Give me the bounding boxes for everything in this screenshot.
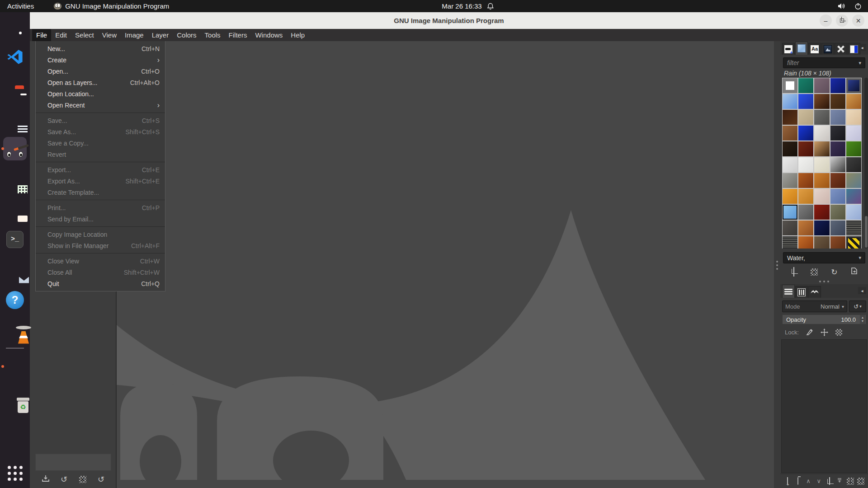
pattern-swatch-r1c3[interactable] (814, 78, 829, 93)
menubar-item-view[interactable]: View (98, 29, 121, 41)
patterns-scrollbar[interactable] (864, 78, 868, 249)
menubar-item-file[interactable]: File (32, 29, 51, 41)
dock-item-updater[interactable] (0, 351, 30, 381)
tab-channels[interactable] (795, 286, 808, 298)
open-pattern-as-image-button[interactable] (849, 267, 860, 277)
pattern-swatch-r9c2[interactable] (798, 205, 813, 220)
pattern-swatch-r4c5[interactable] (846, 126, 861, 141)
pattern-swatch-r10c1[interactable] (783, 221, 797, 235)
pattern-swatch-r8c4[interactable] (830, 189, 845, 204)
pattern-swatch-r8c5[interactable] (846, 189, 861, 204)
dock-item-vlc[interactable] (0, 315, 30, 345)
menubar-item-tools[interactable]: Tools (201, 29, 225, 41)
duplicate-layer-button[interactable] (825, 477, 834, 486)
close-button[interactable]: ✕ (852, 14, 864, 27)
pattern-swatch-r4c1[interactable] (783, 126, 797, 141)
pattern-swatch-r2c1[interactable] (783, 94, 797, 109)
pattern-swatch-r2c4[interactable] (830, 94, 845, 109)
pattern-swatch-r6c5[interactable] (846, 157, 861, 172)
duplicate-pattern-button[interactable] (788, 267, 799, 277)
pattern-swatch-r8c2[interactable] (798, 189, 813, 204)
pattern-swatch-r10c4[interactable] (830, 221, 845, 235)
anchor-layer-button[interactable]: ⊥ (846, 477, 855, 486)
pattern-swatch-r3c3[interactable] (814, 110, 829, 125)
pattern-swatch-r5c3[interactable] (814, 141, 829, 156)
tab-paths[interactable] (808, 286, 821, 298)
pattern-swatch-r8c1[interactable] (783, 189, 797, 204)
lock-position-icon[interactable] (821, 328, 828, 336)
dock-item-trash[interactable]: ♻ (0, 381, 30, 412)
tab-menu-button[interactable]: ◂ (858, 287, 866, 294)
raise-layer-button[interactable]: ∧ (804, 477, 813, 486)
pattern-swatch-r3c4[interactable] (830, 110, 845, 125)
pattern-swatch-r7c5[interactable] (846, 173, 861, 188)
menu-item-open[interactable]: Open...Ctrl+O (36, 66, 165, 77)
window-titlebar[interactable]: GNU Image Manipulation Program – ✕ (30, 12, 868, 29)
refresh-patterns-button[interactable]: ↻ (829, 267, 840, 277)
mode-switch-button[interactable]: ↺▾ (849, 300, 866, 312)
pattern-swatch-r4c3[interactable] (814, 126, 829, 141)
delete-tool-options-button[interactable]: × (77, 474, 89, 485)
tab-brushes[interactable] (782, 43, 795, 55)
clock-menu[interactable]: Mar 26 16:33 (442, 0, 494, 12)
pattern-swatch-r7c3[interactable] (814, 173, 829, 188)
dock-item-calc[interactable] (0, 164, 30, 194)
dock-splitter[interactable] (774, 41, 780, 488)
pattern-swatch-r10c2[interactable] (798, 221, 813, 235)
dock-item-help[interactable]: ? (0, 285, 30, 315)
minimize-button[interactable]: – (820, 14, 832, 27)
restore-button[interactable] (836, 14, 848, 27)
tab-layers[interactable] (782, 285, 795, 298)
tab-document-history[interactable] (821, 43, 834, 55)
pattern-swatch-r8c3[interactable] (814, 189, 829, 204)
menubar-item-filters[interactable]: Filters (225, 29, 251, 41)
lower-layer-button[interactable]: ∨ (814, 477, 823, 486)
dock-item-writer[interactable] (0, 103, 30, 133)
lock-pixels-icon[interactable] (806, 328, 813, 336)
menubar-item-colors[interactable]: Colors (173, 29, 200, 41)
pattern-swatch-r11c2[interactable] (798, 236, 813, 249)
pattern-swatch-r2c5[interactable] (846, 94, 861, 109)
menubar-item-select[interactable]: Select (71, 29, 98, 41)
scrollbar-thumb[interactable] (865, 216, 868, 248)
pattern-swatch-r6c2[interactable] (798, 157, 813, 172)
reset-tool-options-button[interactable]: ↺ (95, 474, 107, 485)
save-tool-options-button[interactable] (40, 474, 52, 485)
layers-list[interactable] (781, 339, 867, 473)
activities-button[interactable]: Activities (0, 2, 41, 10)
pattern-swatch-r10c5[interactable] (846, 221, 861, 235)
menubar-item-edit[interactable]: Edit (51, 29, 71, 41)
pattern-filter-input[interactable]: filter ▾ (783, 57, 865, 68)
pattern-swatch-r5c5[interactable] (846, 141, 861, 156)
menu-item-open-as-layers[interactable]: Open as Layers...Ctrl+Alt+O (36, 77, 165, 88)
new-layer-button[interactable] (783, 477, 792, 486)
pattern-swatch-r9c4[interactable] (830, 205, 845, 220)
menubar-item-image[interactable]: Image (121, 29, 148, 41)
dock-item-files[interactable] (0, 73, 30, 103)
delete-layer-button[interactable]: × (856, 477, 865, 486)
pattern-swatch-r4c2[interactable] (798, 126, 813, 141)
menu-item-open-location[interactable]: Open Location... (36, 88, 165, 99)
pattern-swatch-r11c1[interactable] (783, 236, 797, 249)
opacity-spinner[interactable]: ▲▼ (860, 315, 865, 324)
pattern-swatch-r9c1-selected[interactable] (783, 205, 797, 220)
focused-app-menu[interactable]: GNU Image Manipulation Program (54, 2, 169, 10)
dock-item-impress[interactable] (0, 194, 30, 224)
tab-menu-button[interactable]: ◂ (858, 44, 866, 51)
pattern-swatch-r1c4[interactable] (830, 78, 845, 93)
restore-tool-options-button[interactable]: ↺ (58, 474, 70, 485)
pattern-swatch-r1c5-selected[interactable] (846, 78, 861, 93)
dock-item-chrome[interactable] (0, 12, 30, 42)
pattern-swatch-r11c4[interactable] (830, 236, 845, 249)
pattern-swatch-r6c4[interactable] (830, 157, 845, 172)
pattern-swatch-r11c3[interactable] (814, 236, 829, 249)
new-layer-group-button[interactable] (793, 477, 802, 486)
menu-item-new[interactable]: New...Ctrl+N (36, 43, 165, 54)
pattern-swatch-r1c1[interactable] (783, 78, 797, 93)
pattern-swatch-r2c2[interactable] (798, 94, 813, 109)
pattern-swatch-r7c2[interactable] (798, 173, 813, 188)
dock-item-thunderbird[interactable] (0, 254, 30, 285)
pattern-swatch-r9c3[interactable] (814, 205, 829, 220)
pattern-swatch-r7c1[interactable] (783, 173, 797, 188)
image-canvas[interactable] (117, 41, 774, 488)
